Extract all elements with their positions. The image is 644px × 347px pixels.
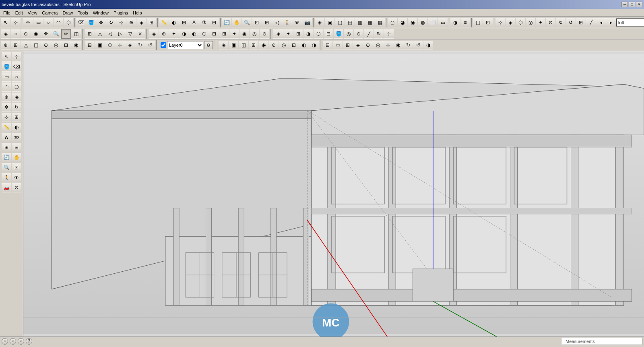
lt-follow-me[interactable]: ◈ [12, 92, 21, 102]
tool-zoom-extents[interactable]: ⊞ [262, 18, 272, 27]
tool-zoom[interactable]: 🔍 [242, 18, 252, 27]
plugin4-btn7[interactable]: 🪣 [334, 29, 343, 39]
lt-offset[interactable]: ⊞ [12, 112, 21, 122]
tool-rect[interactable]: ▭ [33, 18, 43, 27]
lt-rect[interactable]: ▭ [2, 72, 11, 82]
tool-position-camera[interactable]: 📷 [302, 18, 312, 27]
plugin3-btn11[interactable]: ◎ [250, 29, 259, 39]
close-button[interactable]: ✕ [636, 2, 642, 7]
make-component[interactable]: ◫ [473, 18, 483, 27]
plugin4-btn10[interactable]: ╱ [364, 29, 374, 39]
menu-view[interactable]: View [25, 10, 40, 16]
measurements-area[interactable]: Measurements [562, 338, 642, 345]
display-btn6[interactable]: ⊙ [269, 40, 279, 50]
display-btn4[interactable]: ⊞ [249, 40, 258, 50]
extra2-btn2[interactable]: ▭ [333, 40, 343, 50]
tb-extra1[interactable]: ⊹ [495, 18, 505, 27]
view-iso[interactable]: ◈ [315, 18, 324, 27]
plugin3-btn5[interactable]: ◐ [189, 29, 199, 39]
tb-extra5[interactable]: ✦ [536, 18, 545, 27]
plugin2-btn3[interactable]: ◁ [105, 29, 115, 39]
status-icon-1[interactable]: ○ [2, 338, 8, 345]
menu-draw[interactable]: Draw [60, 10, 75, 16]
style-shaded[interactable]: ◕ [398, 18, 407, 27]
align-btn6[interactable]: ↻ [135, 40, 145, 50]
display-btn5[interactable]: ◉ [259, 40, 268, 50]
view-bottom[interactable]: ▧ [375, 18, 385, 27]
tool-paint[interactable]: 🪣 [86, 18, 96, 27]
plugin3-btn12[interactable]: ⊙ [260, 29, 269, 39]
plugin-btn6[interactable]: 🔍 [51, 29, 61, 39]
extra2-btn7[interactable]: ⊹ [383, 40, 393, 50]
lt-3dtext[interactable]: 3D [12, 132, 21, 142]
lt-rotate[interactable]: ↻ [12, 102, 21, 112]
plugin4-btn6[interactable]: ⊟ [324, 29, 333, 39]
lt-walk[interactable]: 🚶 [2, 173, 11, 182]
plugin-btn5[interactable]: ✥ [41, 29, 51, 39]
minimize-button[interactable]: ─ [621, 2, 628, 7]
display-btn3[interactable]: ◫ [239, 40, 248, 50]
extra2-btn10[interactable]: ↺ [413, 40, 423, 50]
lt-look-around[interactable]: 👁 [12, 173, 21, 182]
view-top[interactable]: ▣ [325, 18, 334, 27]
plugin3-btn4[interactable]: ◑ [179, 29, 189, 39]
lt-eraser[interactable]: ⌫ [12, 62, 21, 72]
plugin4-btn3[interactable]: ⊞ [293, 29, 303, 39]
lt-extra1[interactable]: 🚗 [2, 183, 11, 192]
align-btn3[interactable]: ⬡ [105, 40, 115, 50]
tb-extra3[interactable]: ⬡ [516, 18, 525, 27]
extra2-btn8[interactable]: ◉ [393, 40, 403, 50]
plugin4-btn4[interactable]: ◑ [303, 29, 313, 39]
extra2-btn1[interactable]: ⊟ [323, 40, 332, 50]
tool-arc[interactable]: ◠ [54, 18, 63, 27]
lt-scale[interactable]: ⊹ [2, 112, 11, 122]
plugin3-btn8[interactable]: ⊞ [219, 29, 229, 39]
display-btn2[interactable]: ▣ [229, 40, 238, 50]
menu-help[interactable]: Help [130, 10, 144, 16]
tool-polygon[interactable]: ⬡ [64, 18, 73, 27]
tb-extra8[interactable]: ↺ [566, 18, 576, 27]
lt-move[interactable]: ✥ [2, 102, 11, 112]
viewport[interactable]: MC [23, 51, 644, 337]
style-monochrome[interactable]: ◍ [418, 18, 427, 27]
extra2-btn3[interactable]: ⊞ [343, 40, 353, 50]
plugin-btn3[interactable]: ⊙ [21, 29, 31, 39]
maximize-button[interactable]: □ [629, 2, 635, 7]
tool-zoom-window[interactable]: ⊡ [252, 18, 262, 27]
plugin3-btn10[interactable]: ◉ [239, 29, 249, 39]
lt-extra2[interactable]: ⊙ [12, 183, 21, 192]
plugin-btn1[interactable]: ◈ [1, 29, 10, 39]
display-btn10[interactable]: ◑ [309, 40, 319, 50]
layer-dropdown[interactable]: Layer0 [167, 41, 203, 49]
plugin-btn4[interactable]: ◉ [31, 29, 41, 39]
display-btn9[interactable]: ◐ [299, 40, 309, 50]
tb-extra2[interactable]: ◈ [506, 18, 515, 27]
lt-circle[interactable]: ○ [12, 72, 21, 82]
tb-extra11[interactable]: ◂ [596, 18, 606, 27]
tool-pan[interactable]: ✋ [232, 18, 242, 27]
snap-btn6[interactable]: ◎ [51, 40, 61, 50]
lt-orbit[interactable]: 🔄 [2, 153, 11, 162]
lt-zoom-window[interactable]: ⊡ [12, 163, 21, 172]
snap-btn5[interactable]: ⊙ [41, 40, 51, 50]
tool-push-pull[interactable]: ⊕ [126, 18, 136, 27]
layer-settings-btn[interactable]: ⚙ [204, 41, 213, 49]
status-icon-2[interactable]: ○ [10, 338, 16, 345]
tool-move[interactable]: ✥ [96, 18, 106, 27]
plugin3-btn7[interactable]: ⊟ [209, 29, 219, 39]
status-icon-3[interactable]: ○ [18, 338, 24, 345]
tool-axes[interactable]: ⊞ [179, 18, 189, 27]
view-right[interactable]: ▤ [345, 18, 355, 27]
plugin2-btn5[interactable]: ▽ [125, 29, 135, 39]
view-back[interactable]: ▥ [355, 18, 365, 27]
style-wireframe[interactable]: ⬜ [428, 18, 438, 27]
plugin4-btn11[interactable]: ↻ [374, 29, 384, 39]
tool-section-plane[interactable]: ⊟ [209, 18, 219, 27]
tool-rotate[interactable]: ↻ [106, 18, 116, 27]
style-shaded-textured[interactable]: ◉ [408, 18, 417, 27]
lt-paint[interactable]: 🪣 [2, 62, 11, 72]
menu-window[interactable]: Window [91, 10, 111, 16]
lt-component-select[interactable]: ⊹ [12, 52, 21, 62]
plugin4-btn9[interactable]: ⊙ [354, 29, 363, 39]
lt-pan[interactable]: ✋ [12, 153, 21, 162]
